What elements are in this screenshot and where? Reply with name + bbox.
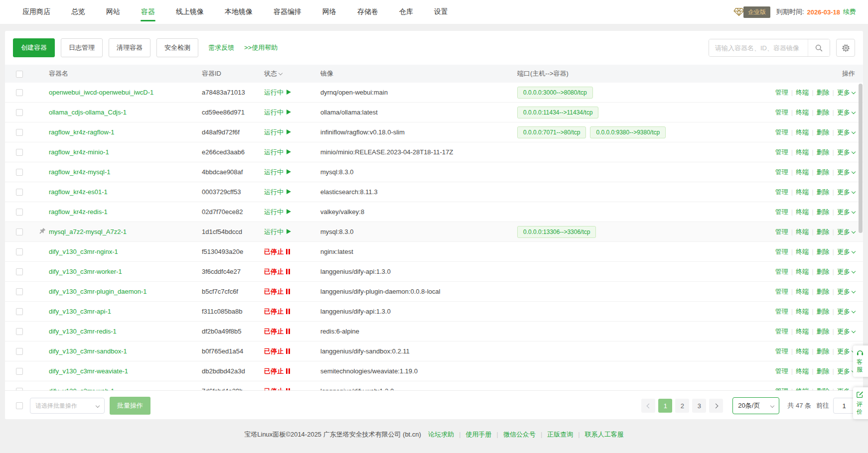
action-more[interactable]: 更多 bbox=[837, 128, 855, 136]
action-manage[interactable]: 管理 bbox=[775, 308, 788, 315]
action-manage[interactable]: 管理 bbox=[775, 109, 788, 116]
page-button-1[interactable]: 1 bbox=[658, 399, 672, 413]
action-manage[interactable]: 管理 bbox=[775, 208, 788, 216]
customer-service-widget[interactable]: 客服 bbox=[853, 345, 868, 377]
action-manage[interactable]: 管理 bbox=[775, 188, 788, 196]
nav-item-线上镜像[interactable]: 线上镜像 bbox=[165, 0, 214, 24]
action-manage[interactable]: 管理 bbox=[775, 148, 788, 156]
container-name-link[interactable]: dify_v130_c3mr-nginx-1 bbox=[49, 248, 202, 255]
row-checkbox[interactable] bbox=[16, 149, 23, 156]
action-manage[interactable]: 管理 bbox=[775, 347, 788, 355]
row-checkbox[interactable] bbox=[16, 189, 23, 196]
scrollbar-thumb[interactable] bbox=[859, 84, 863, 233]
container-name-link[interactable]: dify_v130_c3mr-weaviate-1 bbox=[49, 367, 202, 375]
row-checkbox[interactable] bbox=[16, 228, 23, 235]
page-button-3[interactable]: 3 bbox=[692, 399, 706, 413]
footer-link-微信公众号[interactable]: 微信公众号 bbox=[503, 431, 536, 438]
container-name-link[interactable]: ollama_cdjs-ollama_Cdjs-1 bbox=[49, 109, 202, 116]
action-delete[interactable]: 删除 bbox=[817, 128, 830, 136]
action-more[interactable]: 更多 bbox=[837, 188, 855, 196]
row-checkbox[interactable] bbox=[16, 288, 23, 295]
action-delete[interactable]: 删除 bbox=[817, 188, 830, 196]
action-more[interactable]: 更多 bbox=[837, 208, 855, 216]
action-manage[interactable]: 管理 bbox=[775, 328, 788, 335]
security-check-button[interactable]: 安全检测 bbox=[156, 38, 198, 57]
footer-link-使用手册[interactable]: 使用手册 bbox=[466, 431, 492, 438]
batch-apply-button[interactable]: 批量操作 bbox=[110, 397, 150, 415]
nav-item-本地镜像[interactable]: 本地镜像 bbox=[214, 0, 263, 24]
nav-item-网络[interactable]: 网络 bbox=[312, 0, 347, 24]
log-manage-button[interactable]: 日志管理 bbox=[61, 38, 103, 57]
gear-icon[interactable] bbox=[836, 39, 855, 57]
nav-item-网站[interactable]: 网站 bbox=[96, 0, 131, 24]
action-delete[interactable]: 删除 bbox=[817, 268, 830, 275]
container-name-link[interactable]: dify_v130_c3mr-sandbox-1 bbox=[49, 347, 202, 355]
action-more[interactable]: 更多 bbox=[837, 268, 855, 275]
next-page-button[interactable] bbox=[709, 399, 723, 413]
row-checkbox[interactable] bbox=[16, 129, 23, 136]
row-checkbox[interactable] bbox=[16, 348, 23, 355]
review-widget[interactable]: 评价 bbox=[853, 387, 868, 419]
row-checkbox[interactable] bbox=[16, 109, 23, 116]
action-terminal[interactable]: 终端 bbox=[796, 188, 809, 196]
action-delete[interactable]: 删除 bbox=[817, 89, 830, 96]
col-status-filter[interactable]: 状态 bbox=[264, 69, 320, 78]
action-terminal[interactable]: 终端 bbox=[796, 228, 809, 235]
action-terminal[interactable]: 终端 bbox=[796, 208, 809, 216]
select-all-checkbox[interactable] bbox=[16, 71, 23, 78]
action-terminal[interactable]: 终端 bbox=[796, 168, 809, 176]
action-manage[interactable]: 管理 bbox=[775, 248, 788, 255]
renew-link[interactable]: 续费 bbox=[843, 7, 856, 16]
action-delete[interactable]: 删除 bbox=[817, 347, 830, 355]
container-name-link[interactable]: openwebui_iwcd-openwebui_iwcD-1 bbox=[49, 89, 202, 96]
container-name-link[interactable]: mysql_a7z2-mysql_A7z2-1 bbox=[49, 228, 202, 235]
nav-item-容器编排[interactable]: 容器编排 bbox=[263, 0, 312, 24]
nav-item-存储卷[interactable]: 存储卷 bbox=[347, 0, 389, 24]
action-more[interactable]: 更多 bbox=[837, 228, 855, 235]
action-delete[interactable]: 删除 bbox=[817, 308, 830, 315]
page-button-2[interactable]: 2 bbox=[675, 399, 689, 413]
action-terminal[interactable]: 终端 bbox=[796, 288, 809, 295]
footer-link-论坛求助[interactable]: 论坛求助 bbox=[428, 431, 454, 438]
search-input[interactable] bbox=[709, 39, 808, 56]
prev-page-button[interactable] bbox=[641, 399, 655, 413]
row-checkbox[interactable] bbox=[16, 328, 23, 335]
row-checkbox[interactable] bbox=[16, 248, 23, 255]
action-delete[interactable]: 删除 bbox=[817, 148, 830, 156]
action-manage[interactable]: 管理 bbox=[775, 268, 788, 275]
action-terminal[interactable]: 终端 bbox=[796, 367, 809, 375]
footer-link-正版查询[interactable]: 正版查询 bbox=[547, 431, 573, 438]
action-more[interactable]: 更多 bbox=[837, 248, 855, 255]
action-more[interactable]: 更多 bbox=[837, 367, 855, 375]
action-manage[interactable]: 管理 bbox=[775, 128, 788, 136]
action-manage[interactable]: 管理 bbox=[775, 288, 788, 295]
action-terminal[interactable]: 终端 bbox=[796, 347, 809, 355]
action-delete[interactable]: 删除 bbox=[817, 288, 830, 295]
action-more[interactable]: 更多 bbox=[837, 308, 855, 315]
row-checkbox[interactable] bbox=[16, 89, 23, 96]
batch-select-all-checkbox[interactable] bbox=[16, 402, 23, 409]
container-name-link[interactable]: ragflow_kr4z-minio-1 bbox=[49, 148, 202, 156]
action-delete[interactable]: 删除 bbox=[817, 109, 830, 116]
page-size-select[interactable]: 20条/页 bbox=[732, 397, 779, 414]
action-terminal[interactable]: 终端 bbox=[796, 148, 809, 156]
action-more[interactable]: 更多 bbox=[837, 347, 855, 355]
action-delete[interactable]: 删除 bbox=[817, 208, 830, 216]
container-name-link[interactable]: ragflow_kr4z-es01-1 bbox=[49, 188, 202, 196]
search-icon[interactable] bbox=[808, 39, 830, 56]
action-terminal[interactable]: 终端 bbox=[796, 248, 809, 255]
container-name-link[interactable]: dify_v130_c3mr-api-1 bbox=[49, 308, 202, 315]
action-more[interactable]: 更多 bbox=[837, 288, 855, 295]
goto-page-input[interactable] bbox=[833, 398, 855, 414]
batch-action-select[interactable]: 请选择批量操作 bbox=[30, 398, 105, 414]
feedback-link[interactable]: 需求反馈 bbox=[208, 43, 234, 52]
row-checkbox[interactable] bbox=[16, 368, 23, 375]
nav-item-容器[interactable]: 容器 bbox=[131, 0, 165, 24]
container-name-link[interactable]: dify_v130_c3mr-plugin_daemon-1 bbox=[49, 288, 202, 295]
container-name-link[interactable]: ragflow_kr4z-ragflow-1 bbox=[49, 128, 202, 136]
nav-item-设置[interactable]: 设置 bbox=[424, 0, 458, 24]
action-delete[interactable]: 删除 bbox=[817, 328, 830, 335]
row-checkbox[interactable] bbox=[16, 209, 23, 216]
action-terminal[interactable]: 终端 bbox=[796, 308, 809, 315]
action-manage[interactable]: 管理 bbox=[775, 367, 788, 375]
